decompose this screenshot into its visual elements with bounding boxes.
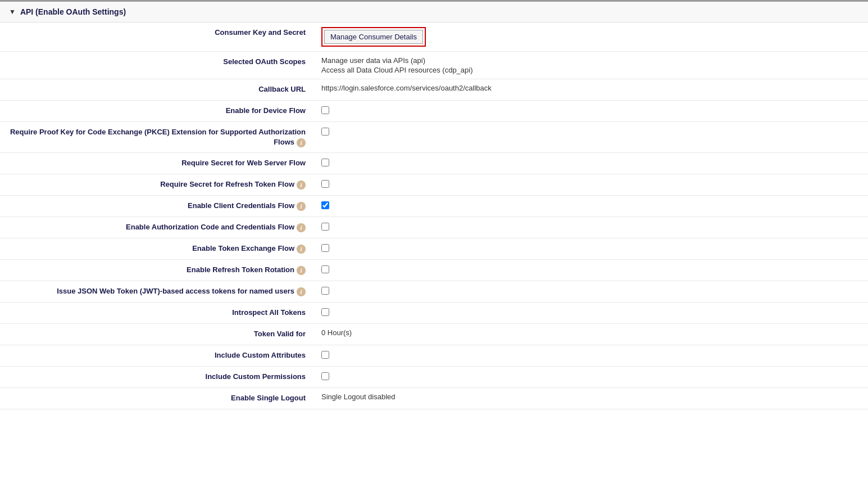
help-icon-pkce-extension[interactable]: i (297, 138, 306, 147)
label-enable-device-flow: Enable for Device Flow (0, 101, 315, 121)
form-row-enable-auth-code-credentials: Enable Authorization Code and Credential… (0, 217, 868, 238)
form-row-consumer-key-secret: Consumer Key and SecretManage Consumer D… (0, 22, 868, 52)
form-row-jwt-based-access-tokens: Issue JSON Web Token (JWT)-based access … (0, 281, 868, 303)
value-introspect-all-tokens (315, 303, 868, 321)
value-pkce-extension (315, 122, 868, 140)
value-jwt-based-access-tokens (315, 281, 868, 299)
value-enable-refresh-token-rotation (315, 260, 868, 278)
value-include-custom-attributes (315, 345, 868, 363)
value-enable-client-credentials (315, 196, 868, 214)
label-require-secret-web-server: Require Secret for Web Server Flow (0, 153, 315, 173)
checkbox-require-secret-refresh-token[interactable] (321, 180, 329, 188)
form-row-introspect-all-tokens: Introspect All Tokens (0, 303, 868, 324)
form-row-enable-single-logout: Enable Single LogoutSingle Logout disabl… (0, 388, 868, 409)
help-icon-enable-token-exchange[interactable]: i (297, 245, 306, 254)
value-enable-token-exchange (315, 238, 868, 256)
section-title: API (Enable OAuth Settings) (20, 7, 126, 16)
label-enable-refresh-token-rotation: Enable Refresh Token Rotationi (0, 260, 315, 280)
checkbox-include-custom-attributes[interactable] (321, 351, 329, 359)
help-icon-enable-auth-code-credentials[interactable]: i (297, 223, 306, 232)
value-enable-single-logout: Single Logout disabled (315, 388, 868, 405)
form-row-enable-refresh-token-rotation: Enable Refresh Token Rotationi (0, 260, 868, 281)
collapse-triangle: ▼ (9, 8, 16, 16)
form-row-include-custom-permissions: Include Custom Permissions (0, 367, 868, 388)
label-enable-auth-code-credentials: Enable Authorization Code and Credential… (0, 217, 315, 237)
label-include-custom-attributes: Include Custom Attributes (0, 345, 315, 366)
value-enable-auth-code-credentials (315, 217, 868, 235)
manage-btn-consumer-key-secret[interactable]: Manage Consumer Details (324, 30, 423, 44)
value-token-valid-for: 0 Hour(s) (315, 324, 868, 341)
help-icon-require-secret-refresh-token[interactable]: i (297, 181, 306, 190)
checkbox-pkce-extension[interactable] (321, 128, 329, 136)
text-value-token-valid-for: 0 Hour(s) (321, 328, 352, 337)
value-selected-oauth-scopes: Manage user data via APIs (api)Access al… (315, 52, 868, 79)
text-value-callback-url: https://login.salesforce.com/services/oa… (321, 84, 492, 92)
help-icon-enable-refresh-token-rotation[interactable]: i (297, 266, 306, 275)
checkbox-enable-refresh-token-rotation[interactable] (321, 265, 329, 273)
value-include-custom-permissions (315, 367, 868, 385)
form-row-selected-oauth-scopes: Selected OAuth ScopesManage user data vi… (0, 52, 868, 79)
value-consumer-key-secret: Manage Consumer Details (315, 22, 868, 51)
label-callback-url: Callback URL (0, 79, 315, 100)
form-row-require-secret-refresh-token: Require Secret for Refresh Token Flowi (0, 174, 868, 196)
checkbox-require-secret-web-server[interactable] (321, 159, 329, 166)
form-row-token-valid-for: Token Valid for0 Hour(s) (0, 324, 868, 345)
label-pkce-extension: Require Proof Key for Code Exchange (PKC… (0, 122, 315, 152)
checkbox-introspect-all-tokens[interactable] (321, 308, 329, 316)
value-require-secret-web-server (315, 153, 868, 171)
form-row-include-custom-attributes: Include Custom Attributes (0, 345, 868, 367)
label-selected-oauth-scopes: Selected OAuth Scopes (0, 52, 315, 72)
label-include-custom-permissions: Include Custom Permissions (0, 367, 315, 387)
value-require-secret-refresh-token (315, 174, 868, 192)
label-enable-single-logout: Enable Single Logout (0, 388, 315, 408)
checkbox-enable-token-exchange[interactable] (321, 244, 329, 252)
checkbox-enable-auth-code-credentials[interactable] (321, 223, 329, 231)
page-container: ▼ API (Enable OAuth Settings) Consumer K… (0, 0, 868, 478)
form-row-enable-token-exchange: Enable Token Exchange Flowi (0, 238, 868, 260)
checkbox-include-custom-permissions[interactable] (321, 372, 329, 380)
form-row-enable-device-flow: Enable for Device Flow (0, 101, 868, 122)
checkbox-enable-device-flow[interactable] (321, 106, 329, 114)
text-value-enable-single-logout: Single Logout disabled (321, 393, 396, 401)
checkbox-enable-client-credentials[interactable] (321, 201, 329, 209)
manage-btn-wrapper-consumer-key-secret: Manage Consumer Details (321, 27, 426, 47)
label-token-valid-for: Token Valid for (0, 324, 315, 344)
label-consumer-key-secret: Consumer Key and Secret (0, 22, 315, 43)
form-row-callback-url: Callback URLhttps://login.salesforce.com… (0, 79, 868, 101)
value-enable-device-flow (315, 101, 868, 119)
form-row-require-secret-web-server: Require Secret for Web Server Flow (0, 153, 868, 174)
checkbox-jwt-based-access-tokens[interactable] (321, 287, 329, 295)
oauth-scope-line-0: Manage user data via APIs (api) (321, 56, 473, 65)
label-introspect-all-tokens: Introspect All Tokens (0, 303, 315, 323)
label-enable-token-exchange: Enable Token Exchange Flowi (0, 238, 315, 259)
form-row-pkce-extension: Require Proof Key for Code Exchange (PKC… (0, 122, 868, 153)
form-rows-container: Consumer Key and SecretManage Consumer D… (0, 22, 868, 409)
section-header[interactable]: ▼ API (Enable OAuth Settings) (0, 2, 868, 22)
label-require-secret-refresh-token: Require Secret for Refresh Token Flowi (0, 174, 315, 195)
label-jwt-based-access-tokens: Issue JSON Web Token (JWT)-based access … (0, 281, 315, 301)
label-enable-client-credentials: Enable Client Credentials Flowi (0, 196, 315, 216)
oauth-scope-line-1: Access all Data Cloud API resources (cdp… (321, 66, 473, 74)
help-icon-enable-client-credentials[interactable]: i (297, 202, 306, 211)
help-icon-jwt-based-access-tokens[interactable]: i (297, 287, 306, 296)
form-row-enable-client-credentials: Enable Client Credentials Flowi (0, 196, 868, 217)
value-callback-url: https://login.salesforce.com/services/oa… (315, 79, 868, 97)
oauth-scopes-selected-oauth-scopes: Manage user data via APIs (api)Access al… (321, 56, 473, 74)
